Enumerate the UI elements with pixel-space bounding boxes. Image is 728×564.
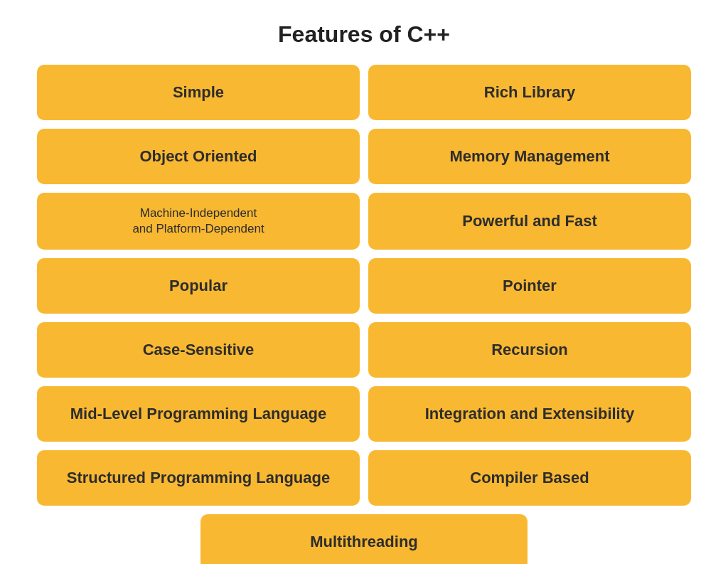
feature-structured: Structured Programming Language [37, 450, 360, 506]
feature-multithreading: Multithreading [200, 514, 528, 564]
feature-case-sensitive: Case-Sensitive [37, 322, 360, 378]
feature-simple: Simple [37, 65, 360, 120]
main-container: Features of C++ Simple Rich Library Obje… [23, 0, 705, 564]
feature-pointer-label: Pointer [503, 276, 557, 297]
feature-rich-library-label: Rich Library [484, 83, 575, 103]
feature-integration: Integration and Extensibility [368, 386, 691, 442]
feature-memory-management-label: Memory Management [450, 147, 610, 167]
feature-powerful-fast-label: Powerful and Fast [462, 211, 596, 232]
feature-machine-independent-label: Machine-Independentand Platform-Dependen… [132, 206, 264, 237]
feature-mid-level-label: Mid-Level Programming Language [70, 404, 327, 425]
feature-structured-label: Structured Programming Language [67, 468, 330, 489]
feature-object-oriented: Object Oriented [37, 129, 360, 184]
feature-pointer: Pointer [368, 258, 691, 314]
bottom-row: Multithreading [37, 514, 691, 564]
page-title: Features of C++ [37, 21, 691, 48]
feature-rich-library: Rich Library [368, 65, 691, 120]
feature-case-sensitive-label: Case-Sensitive [143, 340, 255, 361]
feature-recursion-label: Recursion [491, 340, 568, 361]
feature-integration-label: Integration and Extensibility [425, 404, 635, 425]
feature-powerful-fast: Powerful and Fast [368, 193, 691, 250]
features-grid: Simple Rich Library Object Oriented Memo… [37, 65, 691, 506]
feature-popular-label: Popular [169, 276, 228, 297]
feature-popular: Popular [37, 258, 360, 314]
feature-mid-level: Mid-Level Programming Language [37, 386, 360, 442]
feature-object-oriented-label: Object Oriented [139, 147, 257, 167]
feature-recursion: Recursion [368, 322, 691, 378]
feature-compiler-based-label: Compiler Based [470, 468, 589, 489]
feature-compiler-based: Compiler Based [368, 450, 691, 506]
feature-machine-independent: Machine-Independentand Platform-Dependen… [37, 193, 360, 250]
feature-multithreading-label: Multithreading [310, 532, 418, 553]
feature-simple-label: Simple [173, 83, 224, 103]
feature-memory-management: Memory Management [368, 129, 691, 184]
